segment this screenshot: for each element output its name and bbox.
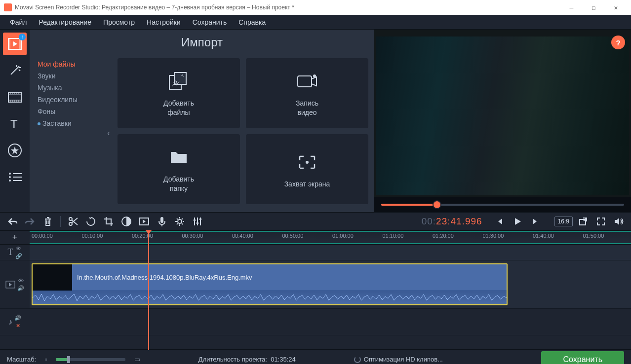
gear-icon [174,216,185,227]
menu-file[interactable]: Файл [4,16,33,28]
microphone-icon [158,216,166,227]
skip-back-icon [495,217,504,226]
redo-button[interactable] [23,214,38,229]
eye-icon[interactable]: 👁 [18,278,24,284]
add-marker-button[interactable]: + [9,232,20,243]
optimizing-status: Оптимизация HD клипов... [354,356,443,364]
playhead[interactable] [148,232,149,350]
minimize-button[interactable]: — [560,0,583,15]
color-button[interactable] [119,214,134,229]
crop-button[interactable] [101,214,116,229]
maximize-button[interactable]: ☐ [583,0,605,15]
cat-my-files[interactable]: Мои файлы [34,58,104,70]
mute-icon[interactable]: 🔊 [14,315,21,321]
record-video-label: Запись видео [296,99,318,117]
stickers-tab-button[interactable] [3,139,27,162]
zoom-slider[interactable] [56,358,125,361]
redo-icon [25,217,36,226]
ruler-tick: 00:00:00 [32,233,53,239]
prev-frame-button[interactable] [492,214,507,229]
svg-rect-22 [160,217,163,223]
svg-rect-9 [13,177,22,178]
zoom-label: Масштаб: [7,356,36,363]
menu-save[interactable]: Сохранить [187,16,233,28]
preview-canvas[interactable]: ? [374,30,631,197]
svg-point-10 [9,180,11,182]
scissors-icon [68,216,79,227]
help-button[interactable]: ? [611,36,625,49]
add-files-card[interactable]: Добавить файлы [118,58,240,128]
menu-help[interactable]: Справка [233,16,272,28]
ruler-tick: 01:10:00 [383,233,404,239]
titles-tab-button[interactable]: T [3,112,27,135]
zoom-out-icon[interactable]: ▫ [45,356,47,363]
svg-point-6 [9,173,11,175]
more-tools-button[interactable] [3,166,27,188]
fullscreen-icon [596,217,606,226]
next-frame-button[interactable] [528,214,543,229]
duration-label: Длительность проекта: 01:35:24 [198,356,296,363]
cat-music[interactable]: Музыка [34,82,104,94]
volume-button[interactable] [611,214,626,229]
svg-point-16 [313,74,316,77]
zoom-fit-icon[interactable]: ▭ [134,356,140,363]
close-button[interactable]: ✕ [605,0,627,15]
app-icon [4,3,12,11]
preview-progress[interactable] [374,197,631,212]
aspect-ratio-display[interactable]: 16:9 [554,217,573,226]
status-bar: Масштаб: ▫ ▭ Длительность проекта: 01:35… [0,349,631,364]
detach-preview-button[interactable] [576,214,591,229]
ruler-tick: 01:20:00 [433,233,454,239]
undo-button[interactable] [5,214,20,229]
ruler-tick: 00:30:00 [182,233,203,239]
transitions-tab-button[interactable] [3,86,27,109]
filters-tab-button[interactable] [3,59,27,82]
unlink-icon[interactable]: ✕ [16,323,20,329]
svg-rect-13 [174,73,186,84]
import-tab-button[interactable]: ! [3,33,27,55]
music-track[interactable] [30,309,631,335]
transition-wizard-button[interactable] [137,214,152,229]
left-toolbar: ! T [0,30,30,212]
svg-rect-11 [13,180,22,181]
play-button[interactable] [510,214,525,229]
fullscreen-button[interactable] [593,214,608,229]
ruler-tick: 01:50:00 [583,233,604,239]
cat-backgrounds[interactable]: Фоны [34,106,104,117]
screen-capture-card[interactable]: Захват экрана [246,134,368,204]
clip-properties-button[interactable] [172,214,187,229]
add-folder-card[interactable]: Добавить папку [118,134,240,204]
video-clip[interactable]: In.the.Mouth.of.Madness.1994.1080p.BluRa… [32,263,508,305]
record-audio-button[interactable] [155,214,169,229]
svg-rect-26 [199,218,201,220]
mute-icon[interactable]: 🔊 [17,285,24,291]
menu-settings[interactable]: Настройки [141,16,187,28]
record-video-card[interactable]: Запись видео [246,58,368,128]
timeline-ruler[interactable]: 00:00:0000:10:0000:20:0000:30:0000:40:00… [30,231,631,244]
video-frame [376,36,629,195]
eye-icon[interactable]: 👁 [16,246,21,252]
save-button[interactable]: Сохранить [541,351,624,364]
collapse-categories-button[interactable]: ‹ [104,54,114,212]
cat-intros[interactable]: Заставки [34,117,104,129]
text-track[interactable] [30,245,631,260]
cat-videoclips[interactable]: Видеоклипы [34,94,104,106]
menu-view[interactable]: Просмотр [97,16,141,28]
window-title: Movavi Screen Recorder Studio: Редактиро… [15,4,560,11]
ruler-tick: 00:20:00 [132,233,153,239]
split-button[interactable] [66,214,80,229]
menu-edit[interactable]: Редактирование [33,16,97,28]
progress-thumb[interactable] [434,201,440,208]
svg-rect-1 [8,38,10,49]
cat-sounds[interactable]: Звуки [34,70,104,82]
crop-icon [103,216,114,227]
link-icon[interactable]: 🔗 [15,253,22,259]
camera-icon [296,73,318,90]
import-title: Импорт [30,30,374,54]
rotate-button[interactable] [83,214,98,229]
delete-button[interactable] [40,214,55,229]
audio-properties-button[interactable] [190,214,205,229]
video-track[interactable]: In.the.Mouth.of.Madness.1994.1080p.BluRa… [30,260,631,308]
svg-rect-24 [194,219,196,221]
list-icon [8,172,22,182]
